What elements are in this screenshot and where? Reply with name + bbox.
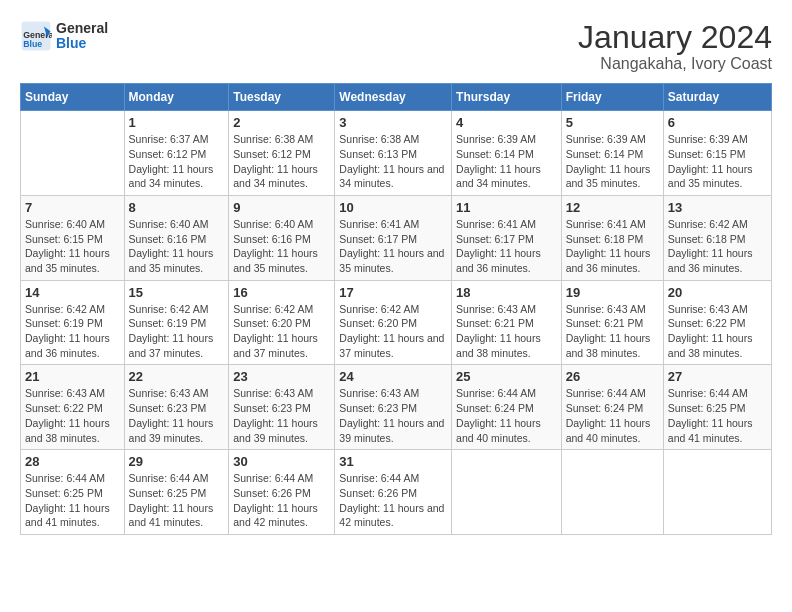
calendar-cell: 2Sunrise: 6:38 AMSunset: 6:12 PMDaylight…	[229, 111, 335, 196]
calendar-cell: 11Sunrise: 6:41 AMSunset: 6:17 PMDayligh…	[452, 195, 562, 280]
day-info: Sunrise: 6:42 AMSunset: 6:20 PMDaylight:…	[233, 302, 330, 361]
day-info: Sunrise: 6:40 AMSunset: 6:16 PMDaylight:…	[233, 217, 330, 276]
day-info: Sunrise: 6:39 AMSunset: 6:14 PMDaylight:…	[566, 132, 659, 191]
day-info: Sunrise: 6:44 AMSunset: 6:25 PMDaylight:…	[25, 471, 120, 530]
day-number: 1	[129, 115, 225, 130]
svg-text:Blue: Blue	[23, 39, 42, 49]
day-info: Sunrise: 6:43 AMSunset: 6:23 PMDaylight:…	[129, 386, 225, 445]
day-info: Sunrise: 6:38 AMSunset: 6:12 PMDaylight:…	[233, 132, 330, 191]
day-info: Sunrise: 6:39 AMSunset: 6:15 PMDaylight:…	[668, 132, 767, 191]
day-number: 15	[129, 285, 225, 300]
logo: General Blue General Blue	[20, 20, 108, 52]
calendar-title: January 2024	[578, 20, 772, 55]
calendar-cell: 19Sunrise: 6:43 AMSunset: 6:21 PMDayligh…	[561, 280, 663, 365]
day-info: Sunrise: 6:42 AMSunset: 6:20 PMDaylight:…	[339, 302, 447, 361]
calendar-cell: 22Sunrise: 6:43 AMSunset: 6:23 PMDayligh…	[124, 365, 229, 450]
day-number: 22	[129, 369, 225, 384]
day-number: 2	[233, 115, 330, 130]
header-tuesday: Tuesday	[229, 84, 335, 111]
day-info: Sunrise: 6:41 AMSunset: 6:17 PMDaylight:…	[339, 217, 447, 276]
day-number: 20	[668, 285, 767, 300]
day-number: 26	[566, 369, 659, 384]
calendar-cell: 4Sunrise: 6:39 AMSunset: 6:14 PMDaylight…	[452, 111, 562, 196]
week-row-5: 28Sunrise: 6:44 AMSunset: 6:25 PMDayligh…	[21, 450, 772, 535]
calendar-cell	[663, 450, 771, 535]
day-info: Sunrise: 6:43 AMSunset: 6:23 PMDaylight:…	[233, 386, 330, 445]
calendar-cell	[561, 450, 663, 535]
day-info: Sunrise: 6:44 AMSunset: 6:24 PMDaylight:…	[456, 386, 557, 445]
calendar-cell: 23Sunrise: 6:43 AMSunset: 6:23 PMDayligh…	[229, 365, 335, 450]
day-number: 24	[339, 369, 447, 384]
day-info: Sunrise: 6:43 AMSunset: 6:21 PMDaylight:…	[456, 302, 557, 361]
day-number: 17	[339, 285, 447, 300]
page-header: General Blue General Blue January 2024 N…	[20, 20, 772, 73]
day-number: 29	[129, 454, 225, 469]
header-friday: Friday	[561, 84, 663, 111]
day-info: Sunrise: 6:43 AMSunset: 6:22 PMDaylight:…	[25, 386, 120, 445]
day-info: Sunrise: 6:37 AMSunset: 6:12 PMDaylight:…	[129, 132, 225, 191]
day-number: 31	[339, 454, 447, 469]
day-info: Sunrise: 6:44 AMSunset: 6:24 PMDaylight:…	[566, 386, 659, 445]
calendar-cell: 5Sunrise: 6:39 AMSunset: 6:14 PMDaylight…	[561, 111, 663, 196]
day-number: 19	[566, 285, 659, 300]
day-info: Sunrise: 6:38 AMSunset: 6:13 PMDaylight:…	[339, 132, 447, 191]
calendar-header-row: SundayMondayTuesdayWednesdayThursdayFrid…	[21, 84, 772, 111]
day-info: Sunrise: 6:44 AMSunset: 6:25 PMDaylight:…	[129, 471, 225, 530]
day-info: Sunrise: 6:43 AMSunset: 6:21 PMDaylight:…	[566, 302, 659, 361]
calendar-cell	[21, 111, 125, 196]
calendar-cell: 7Sunrise: 6:40 AMSunset: 6:15 PMDaylight…	[21, 195, 125, 280]
day-info: Sunrise: 6:39 AMSunset: 6:14 PMDaylight:…	[456, 132, 557, 191]
day-number: 16	[233, 285, 330, 300]
day-number: 10	[339, 200, 447, 215]
day-number: 4	[456, 115, 557, 130]
calendar-cell: 29Sunrise: 6:44 AMSunset: 6:25 PMDayligh…	[124, 450, 229, 535]
calendar-cell: 3Sunrise: 6:38 AMSunset: 6:13 PMDaylight…	[335, 111, 452, 196]
header-wednesday: Wednesday	[335, 84, 452, 111]
calendar-cell	[452, 450, 562, 535]
day-info: Sunrise: 6:43 AMSunset: 6:22 PMDaylight:…	[668, 302, 767, 361]
day-number: 11	[456, 200, 557, 215]
header-sunday: Sunday	[21, 84, 125, 111]
week-row-4: 21Sunrise: 6:43 AMSunset: 6:22 PMDayligh…	[21, 365, 772, 450]
calendar-cell: 28Sunrise: 6:44 AMSunset: 6:25 PMDayligh…	[21, 450, 125, 535]
day-number: 14	[25, 285, 120, 300]
day-number: 3	[339, 115, 447, 130]
day-number: 5	[566, 115, 659, 130]
week-row-2: 7Sunrise: 6:40 AMSunset: 6:15 PMDaylight…	[21, 195, 772, 280]
calendar-cell: 17Sunrise: 6:42 AMSunset: 6:20 PMDayligh…	[335, 280, 452, 365]
day-number: 25	[456, 369, 557, 384]
calendar-subtitle: Nangakaha, Ivory Coast	[578, 55, 772, 73]
logo-icon: General Blue	[20, 20, 52, 52]
day-number: 12	[566, 200, 659, 215]
day-number: 21	[25, 369, 120, 384]
calendar-cell: 25Sunrise: 6:44 AMSunset: 6:24 PMDayligh…	[452, 365, 562, 450]
day-info: Sunrise: 6:42 AMSunset: 6:19 PMDaylight:…	[129, 302, 225, 361]
day-number: 6	[668, 115, 767, 130]
calendar-cell: 13Sunrise: 6:42 AMSunset: 6:18 PMDayligh…	[663, 195, 771, 280]
calendar-cell: 27Sunrise: 6:44 AMSunset: 6:25 PMDayligh…	[663, 365, 771, 450]
calendar-cell: 30Sunrise: 6:44 AMSunset: 6:26 PMDayligh…	[229, 450, 335, 535]
day-info: Sunrise: 6:41 AMSunset: 6:18 PMDaylight:…	[566, 217, 659, 276]
day-info: Sunrise: 6:40 AMSunset: 6:16 PMDaylight:…	[129, 217, 225, 276]
day-number: 30	[233, 454, 330, 469]
calendar-cell: 26Sunrise: 6:44 AMSunset: 6:24 PMDayligh…	[561, 365, 663, 450]
calendar-cell: 31Sunrise: 6:44 AMSunset: 6:26 PMDayligh…	[335, 450, 452, 535]
day-number: 7	[25, 200, 120, 215]
day-number: 27	[668, 369, 767, 384]
calendar-cell: 1Sunrise: 6:37 AMSunset: 6:12 PMDaylight…	[124, 111, 229, 196]
calendar-cell: 24Sunrise: 6:43 AMSunset: 6:23 PMDayligh…	[335, 365, 452, 450]
calendar-cell: 9Sunrise: 6:40 AMSunset: 6:16 PMDaylight…	[229, 195, 335, 280]
calendar-cell: 15Sunrise: 6:42 AMSunset: 6:19 PMDayligh…	[124, 280, 229, 365]
day-info: Sunrise: 6:40 AMSunset: 6:15 PMDaylight:…	[25, 217, 120, 276]
header-saturday: Saturday	[663, 84, 771, 111]
calendar-cell: 21Sunrise: 6:43 AMSunset: 6:22 PMDayligh…	[21, 365, 125, 450]
day-number: 18	[456, 285, 557, 300]
day-info: Sunrise: 6:44 AMSunset: 6:26 PMDaylight:…	[233, 471, 330, 530]
day-number: 23	[233, 369, 330, 384]
title-block: January 2024 Nangakaha, Ivory Coast	[578, 20, 772, 73]
week-row-1: 1Sunrise: 6:37 AMSunset: 6:12 PMDaylight…	[21, 111, 772, 196]
day-info: Sunrise: 6:44 AMSunset: 6:26 PMDaylight:…	[339, 471, 447, 530]
calendar-cell: 8Sunrise: 6:40 AMSunset: 6:16 PMDaylight…	[124, 195, 229, 280]
day-number: 9	[233, 200, 330, 215]
header-monday: Monday	[124, 84, 229, 111]
